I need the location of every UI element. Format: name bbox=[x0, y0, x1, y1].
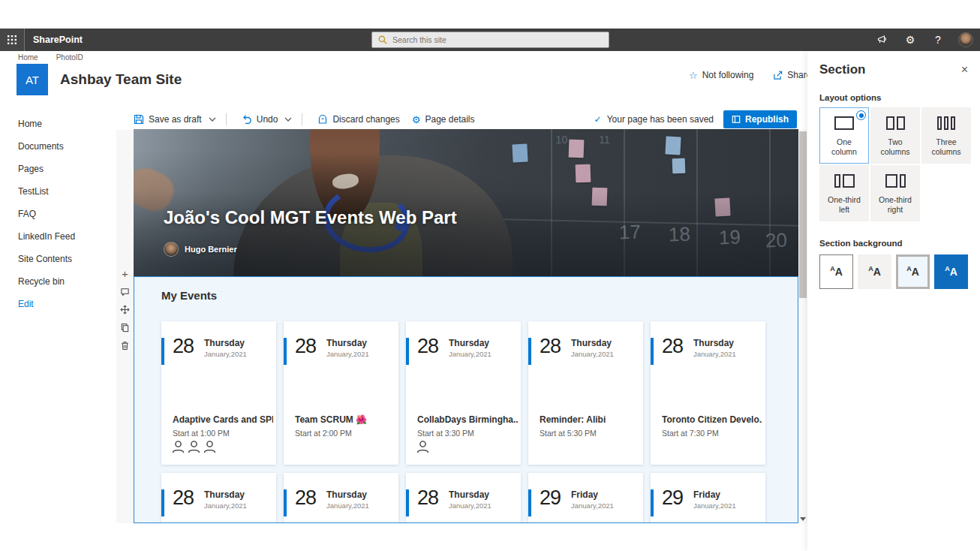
follow-button[interactable]: ☆ Not following bbox=[689, 70, 753, 80]
move-webpart-icon[interactable] bbox=[119, 304, 131, 315]
discard-changes-label: Discard changes bbox=[332, 114, 399, 125]
saved-status: ✓ Your page has been saved bbox=[594, 114, 714, 125]
layout-option-tile[interactable]: One column bbox=[819, 107, 869, 164]
event-card[interactable]: 29 Friday January,2021 bbox=[528, 473, 643, 523]
search-input[interactable] bbox=[392, 35, 603, 44]
layout-option-label: One-third right bbox=[874, 195, 916, 215]
scrollbar-down-arrow[interactable] bbox=[800, 517, 806, 521]
sidebar-nav-item[interactable]: Site Contents bbox=[18, 248, 75, 270]
section-background-swatch[interactable]: AA bbox=[858, 254, 891, 289]
site-search[interactable] bbox=[371, 32, 609, 48]
event-card[interactable]: 28 Thursday January,2021 Reminder: Alibi… bbox=[528, 321, 643, 465]
layout-option-tile[interactable]: One-third right bbox=[870, 165, 920, 221]
events-webpart[interactable]: My Events 28 Thursday January,2021 Adapt… bbox=[134, 276, 798, 523]
section-background-swatch[interactable]: AA bbox=[934, 254, 968, 289]
aa-text-sample: AA bbox=[868, 266, 881, 278]
event-monthyear: January,2021 bbox=[326, 501, 369, 510]
settings-gear-icon[interactable]: ⚙ bbox=[903, 32, 918, 47]
layout-option-tile[interactable]: Two columns bbox=[870, 107, 920, 164]
author-avatar bbox=[164, 242, 179, 257]
comment-note-icon[interactable] bbox=[119, 286, 131, 297]
layout-option-label: Three columns bbox=[925, 137, 967, 157]
page-details-button[interactable]: ⚙ Page details bbox=[412, 114, 475, 125]
author-name: Hugo Bernier bbox=[185, 245, 237, 254]
event-accent-bar bbox=[161, 338, 164, 365]
layout-columns-icon bbox=[885, 114, 906, 132]
event-title: Reminder: Alibi bbox=[540, 414, 640, 425]
sharepoint-page: SharePoint ⚙ ? Home PhotoID AT Ashbay Te… bbox=[0, 0, 980, 551]
event-weekday: Friday bbox=[571, 489, 598, 500]
event-card[interactable]: 28 Thursday January,2021 bbox=[161, 473, 276, 523]
discard-changes-button[interactable]: Discard changes bbox=[317, 114, 399, 125]
event-day: 28 bbox=[173, 486, 194, 510]
layout-option-label: Two columns bbox=[874, 137, 916, 157]
app-launcher-button[interactable] bbox=[0, 29, 25, 51]
sidebar-nav-item[interactable]: TestList bbox=[18, 180, 75, 203]
discard-icon bbox=[317, 114, 328, 125]
megaphone-icon[interactable] bbox=[875, 32, 890, 47]
layout-columns-icon bbox=[884, 172, 906, 190]
event-card[interactable]: 28 Thursday January,2021 bbox=[284, 473, 398, 523]
event-weekday: Thursday bbox=[326, 489, 367, 500]
delete-webpart-icon[interactable] bbox=[119, 340, 131, 351]
help-icon[interactable]: ? bbox=[930, 32, 945, 47]
sidebar-nav-item[interactable]: Pages bbox=[18, 158, 75, 180]
follow-label: Not following bbox=[702, 70, 754, 80]
duplicate-webpart-icon[interactable] bbox=[119, 322, 131, 333]
event-weekday: Thursday bbox=[571, 338, 612, 348]
section-background-swatch[interactable]: AA bbox=[896, 254, 930, 289]
sidebar-nav-item[interactable]: Documents bbox=[18, 135, 75, 158]
scrollbar-thumb[interactable] bbox=[799, 131, 807, 298]
event-accent-bar bbox=[284, 338, 287, 365]
page-title[interactable]: João's Cool MGT Events Web Part bbox=[164, 207, 457, 228]
event-card[interactable]: 28 Thursday January,2021 bbox=[406, 473, 521, 523]
republish-button[interactable]: Republish bbox=[723, 110, 797, 128]
event-card[interactable]: 28 Thursday January,2021 Team SCRUM 🌺 St… bbox=[284, 321, 398, 465]
event-title: CollabDays Birmingha... bbox=[417, 414, 518, 425]
undo-button[interactable]: Undo bbox=[242, 114, 278, 125]
site-logo[interactable]: AT bbox=[17, 64, 48, 95]
command-bar: Save as draft Undo Discard changes ⚙ Pag… bbox=[116, 109, 807, 130]
event-title: Adaptive Cards and SPFx bbox=[173, 414, 273, 425]
event-attendees bbox=[416, 440, 430, 453]
event-day: 28 bbox=[417, 335, 438, 358]
event-monthyear: January,2021 bbox=[449, 501, 492, 510]
add-section-icon[interactable]: + bbox=[119, 268, 131, 279]
suite-bar-actions: ⚙ ? bbox=[875, 29, 973, 51]
sidebar-nav-item[interactable]: LinkedIn Feed bbox=[18, 225, 75, 248]
event-monthyear: January,2021 bbox=[693, 350, 736, 358]
section-background-swatch[interactable]: AA bbox=[819, 254, 853, 289]
layout-option-label: One-third left bbox=[823, 195, 865, 215]
event-monthyear: January,2021 bbox=[571, 350, 614, 358]
person-icon bbox=[187, 440, 201, 453]
event-accent-bar bbox=[528, 489, 531, 516]
canvas-scrollbar[interactable] bbox=[798, 129, 807, 523]
event-day: 28 bbox=[540, 335, 561, 358]
save-options-chevron[interactable] bbox=[209, 117, 216, 122]
selected-radio-icon bbox=[856, 110, 866, 120]
event-card[interactable]: 28 Thursday January,2021 CollabDays Birm… bbox=[406, 321, 521, 465]
search-icon bbox=[378, 35, 387, 44]
site-title: Ashbay Team Site bbox=[60, 71, 182, 88]
share-button[interactable]: Share bbox=[773, 70, 811, 80]
sidebar-nav-item[interactable]: Home bbox=[18, 113, 75, 135]
breadcrumb-item[interactable]: PhotoID bbox=[56, 53, 83, 62]
event-card[interactable]: 29 Friday January,2021 bbox=[651, 473, 765, 523]
sidebar-nav-item[interactable]: FAQ bbox=[18, 203, 75, 225]
close-icon[interactable]: × bbox=[961, 64, 968, 76]
event-card[interactable]: 28 Thursday January,2021 Toronto Citizen… bbox=[651, 321, 765, 465]
sidebar-nav-item[interactable]: Edit bbox=[18, 293, 75, 315]
event-cards-row: 28 Thursday January,2021 28 Thursday Jan… bbox=[161, 473, 765, 523]
event-card[interactable]: 28 Thursday January,2021 Adaptive Cards … bbox=[161, 321, 276, 465]
waffle-grid-icon bbox=[8, 35, 17, 44]
layout-option-tile[interactable]: One-third left bbox=[819, 165, 869, 221]
event-title: Toronto Citizen Develo... bbox=[662, 414, 762, 425]
aa-text-sample: AA bbox=[945, 266, 957, 278]
account-avatar[interactable] bbox=[958, 32, 973, 47]
star-icon: ☆ bbox=[689, 71, 698, 80]
breadcrumb-item[interactable]: Home bbox=[18, 53, 38, 62]
sidebar-nav-item[interactable]: Recycle bin bbox=[18, 270, 75, 293]
undo-options-chevron[interactable] bbox=[284, 117, 292, 122]
layout-option-tile[interactable]: Three columns bbox=[921, 107, 971, 164]
save-as-draft-button[interactable]: Save as draft bbox=[134, 114, 202, 125]
